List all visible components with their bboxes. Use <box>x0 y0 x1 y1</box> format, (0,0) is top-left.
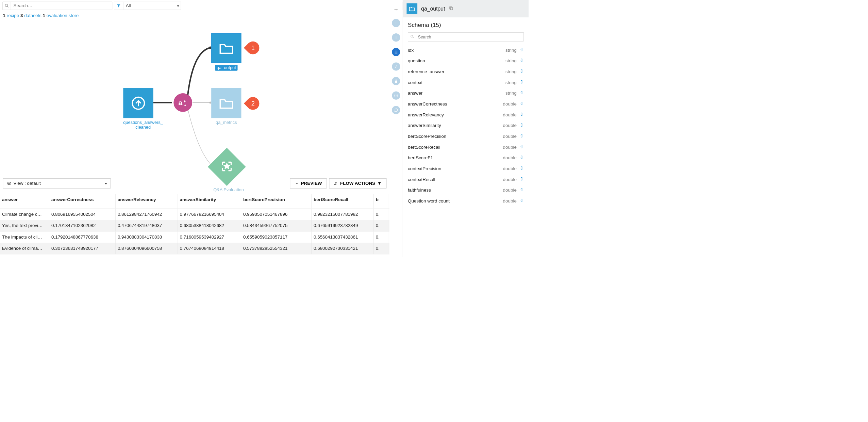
svg-rect-16 <box>521 59 522 62</box>
schema-field[interactable]: bertScoreRecalldouble <box>408 142 523 153</box>
view-select[interactable]: View : default <box>3 178 111 188</box>
schema-field[interactable]: contextRecalldouble <box>408 174 523 185</box>
folder-icon <box>211 88 241 118</box>
dataset-label: qa_metrics <box>211 120 241 125</box>
collapse-panel-button[interactable]: → <box>393 6 399 13</box>
column-header[interactable]: answerRelevancy <box>116 194 178 209</box>
dataset-qa-output[interactable]: qa_output <box>211 33 241 70</box>
expand-icon[interactable] <box>519 155 523 161</box>
svg-rect-10 <box>395 53 398 53</box>
svg-point-13 <box>411 35 413 37</box>
expand-icon[interactable] <box>519 91 523 96</box>
column-header[interactable]: bertScorePrecision <box>241 194 312 209</box>
expand-icon[interactable] <box>519 177 523 182</box>
link-eval[interactable]: evaluation store <box>47 13 79 18</box>
search-icon <box>3 2 11 10</box>
column-header[interactable]: answerSimilarity <box>178 194 241 209</box>
expand-icon[interactable] <box>519 134 523 139</box>
search-icon <box>408 35 416 39</box>
svg-rect-22 <box>521 124 522 126</box>
table-row[interactable]: Evidence of clima…0.307236317489201770.8… <box>0 243 389 254</box>
expand-icon[interactable] <box>519 188 523 193</box>
svg-rect-18 <box>521 80 522 83</box>
upload-icon <box>123 88 153 118</box>
schema-search-input[interactable] <box>416 34 523 39</box>
expand-icon[interactable] <box>519 69 523 75</box>
table-row[interactable]: Yes, the text provi…0.17013471023620820.… <box>0 220 389 231</box>
schema-field[interactable]: idxstring <box>408 45 523 56</box>
svg-text:a: a <box>179 99 183 107</box>
dataset-label: questions_answers_ cleaned <box>123 120 163 130</box>
svg-rect-19 <box>521 91 522 94</box>
recipe-icon: a <box>173 93 192 112</box>
schema-heading: Schema (15) <box>403 17 529 32</box>
rail-schema-icon[interactable] <box>392 48 400 56</box>
link-recipe[interactable]: recipe <box>7 13 19 18</box>
svg-rect-8 <box>395 51 398 51</box>
preview-button[interactable]: PREVIEW <box>290 178 327 188</box>
schema-field[interactable]: reference_answerstring <box>408 66 523 77</box>
column-header[interactable]: answerCorrectness <box>49 194 116 209</box>
dataset-qa-metrics[interactable]: qa_metrics <box>211 88 241 125</box>
annotation-badge-1: 1 <box>244 39 262 57</box>
schema-field[interactable]: bertScorePrecisiondouble <box>408 131 523 142</box>
eye-icon <box>7 181 11 185</box>
expand-icon[interactable] <box>519 198 523 204</box>
column-header[interactable]: bertScoreRecall <box>312 194 374 209</box>
expand-icon[interactable] <box>519 101 523 107</box>
rail-add-icon[interactable]: + <box>392 19 400 27</box>
filter-select[interactable]: All <box>114 2 181 10</box>
copy-icon[interactable] <box>449 6 453 12</box>
expand-icon[interactable] <box>519 166 523 172</box>
svg-rect-24 <box>521 145 522 148</box>
rail-chat-icon[interactable] <box>392 106 400 114</box>
dataset-label: qa_output <box>215 65 238 71</box>
dataset-questions-answers-cleaned[interactable]: questions_answers_ cleaned <box>123 88 163 130</box>
table-row[interactable]: Climate change c…0.80691695540025040.861… <box>0 209 389 220</box>
search-input[interactable] <box>11 3 112 9</box>
svg-line-14 <box>413 37 414 38</box>
expand-icon[interactable] <box>519 80 523 85</box>
rail-check-icon[interactable]: ✓ <box>392 62 400 70</box>
schema-field[interactable]: bertScoreF1double <box>408 152 523 163</box>
schema-field[interactable]: answerSimilaritydouble <box>408 120 523 131</box>
table-row[interactable]: The impacts of cli…0.179201488677706380.… <box>0 231 389 243</box>
schema-field[interactable]: answerstring <box>408 88 523 99</box>
svg-rect-23 <box>521 134 522 137</box>
annotation-badge-2: 2 <box>244 94 262 112</box>
expand-icon[interactable] <box>519 47 523 53</box>
flow-canvas[interactable]: questions_answers_ cleaned a qa_output 1… <box>0 19 389 176</box>
rail-info-icon[interactable]: i <box>392 33 400 42</box>
column-header[interactable]: b <box>374 194 388 209</box>
schema-field[interactable]: answerCorrectnessdouble <box>408 99 523 110</box>
rail-history-icon[interactable] <box>392 92 400 100</box>
schema-field[interactable]: questionstring <box>408 55 523 66</box>
link-datasets[interactable]: datasets <box>24 13 41 18</box>
expand-icon[interactable] <box>519 144 523 150</box>
svg-rect-20 <box>521 102 522 105</box>
schema-field[interactable]: answerRelevancydouble <box>408 110 523 120</box>
schema-field[interactable]: faithfulnessdouble <box>408 185 523 196</box>
svg-point-7 <box>9 183 10 184</box>
svg-rect-25 <box>521 156 522 159</box>
schema-field[interactable]: contextPrecisiondouble <box>408 163 523 174</box>
svg-rect-26 <box>521 167 522 169</box>
svg-rect-21 <box>521 113 522 115</box>
recipe-node[interactable]: a <box>173 93 192 112</box>
schema-field[interactable]: contextstring <box>408 77 523 88</box>
schema-field[interactable]: Question word countdouble <box>408 196 523 207</box>
flow-actions-button[interactable]: FLOW ACTIONS ▼ <box>329 178 387 188</box>
wrench-icon <box>334 181 338 185</box>
filter-icon <box>114 2 123 10</box>
rail-lab-icon[interactable] <box>392 77 400 85</box>
svg-rect-27 <box>521 178 522 180</box>
svg-rect-9 <box>395 52 398 52</box>
expand-icon[interactable] <box>519 112 523 117</box>
column-header[interactable]: answer <box>0 194 49 209</box>
chevron-down-icon <box>295 181 299 185</box>
folder-icon <box>211 33 241 63</box>
expand-icon[interactable] <box>519 58 523 64</box>
svg-line-1 <box>7 6 8 7</box>
svg-rect-12 <box>450 7 453 10</box>
expand-icon[interactable] <box>519 123 523 128</box>
